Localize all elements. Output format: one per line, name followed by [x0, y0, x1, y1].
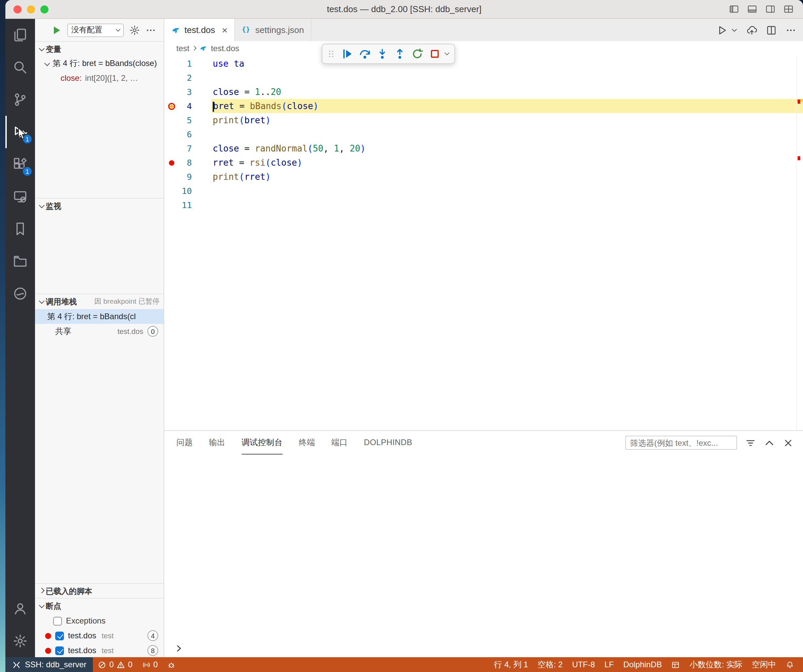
- breakpoint-checkbox[interactable]: [55, 631, 64, 640]
- run-file-icon[interactable]: [717, 24, 728, 35]
- toggle-secondary-sidebar-icon[interactable]: [765, 4, 775, 14]
- code-line-1[interactable]: 1use ta: [164, 57, 803, 71]
- language-status[interactable]: DolphinDB: [619, 657, 667, 672]
- code-line-4[interactable]: 4bret = bBands(close): [164, 99, 803, 113]
- continue-button[interactable]: [338, 46, 356, 62]
- exceptions-row[interactable]: Exceptions: [35, 613, 164, 628]
- toggle-panel-icon[interactable]: [747, 4, 757, 14]
- activity-bookmarks[interactable]: [5, 213, 35, 245]
- eol-status[interactable]: LF: [600, 657, 619, 672]
- tab-test.dos[interactable]: test.dos×: [164, 19, 235, 41]
- line-number[interactable]: 10: [179, 184, 192, 198]
- thread-row[interactable]: 共享 test.dos 0: [35, 324, 164, 339]
- panel-tab-问题[interactable]: 问题: [176, 431, 193, 454]
- step-over-button[interactable]: [356, 46, 374, 62]
- code-line-6[interactable]: 6: [164, 127, 803, 142]
- more-actions-icon[interactable]: [145, 24, 156, 35]
- stop-button[interactable]: [426, 46, 444, 62]
- breakpoint-item[interactable]: test.dostest4: [35, 628, 164, 643]
- session-status[interactable]: 空闲中: [747, 657, 781, 672]
- step-out-button[interactable]: [391, 46, 408, 62]
- activity-search[interactable]: [5, 51, 35, 83]
- breakpoint-hit-icon[interactable]: [164, 101, 179, 111]
- code-line-10[interactable]: 10: [164, 184, 803, 198]
- maximize-panel-icon[interactable]: [764, 437, 775, 448]
- line-number[interactable]: 1: [179, 57, 192, 71]
- configure-gear-icon[interactable]: [129, 24, 140, 35]
- remote-indicator[interactable]: SSH: ddb_server: [5, 657, 93, 672]
- stop-dropdown-icon[interactable]: [444, 50, 450, 57]
- tab-settings.json[interactable]: {}settings.json: [235, 19, 312, 41]
- start-debugging-icon[interactable]: [51, 24, 62, 35]
- panel-tab-端口[interactable]: 端口: [331, 431, 348, 454]
- toggle-primary-sidebar-icon[interactable]: [729, 4, 739, 14]
- close-window-button[interactable]: [13, 5, 21, 13]
- drag-handle-icon[interactable]: [327, 48, 336, 60]
- call-stack-header[interactable]: 调用堆栈 因 breakpoint 已暂停: [35, 294, 164, 309]
- code-line-7[interactable]: 7close = randNormal(50, 1, 20): [164, 142, 803, 156]
- customize-layout-icon[interactable]: [783, 4, 793, 14]
- exceptions-checkbox[interactable]: [53, 617, 62, 625]
- line-number[interactable]: 9: [179, 170, 192, 184]
- debug-console-input[interactable]: [164, 639, 803, 657]
- breakpoint-checkbox[interactable]: [55, 646, 64, 655]
- activity-accounts[interactable]: [5, 592, 35, 625]
- variable-row[interactable]: close: int[20]([1, 2, …: [35, 71, 164, 85]
- activity-dolphindb[interactable]: [5, 277, 35, 310]
- breakpoints-header[interactable]: 断点: [35, 599, 164, 613]
- line-number[interactable]: 8: [179, 156, 192, 170]
- activity-remote-explorer[interactable]: [5, 181, 35, 213]
- overview-ruler[interactable]: [796, 56, 803, 430]
- run-dropdown-icon[interactable]: [731, 27, 738, 33]
- line-number[interactable]: 4: [179, 99, 192, 113]
- panel-tab-调试控制台[interactable]: 调试控制台: [242, 431, 283, 454]
- panel-tab-DOLPHINDB[interactable]: DOLPHINDB: [364, 431, 412, 454]
- line-number[interactable]: 7: [179, 142, 192, 156]
- breadcrumb-file[interactable]: test.dos: [211, 44, 239, 53]
- line-number[interactable]: 6: [179, 127, 192, 142]
- breakpoint-item[interactable]: test.dostest8: [35, 643, 164, 657]
- cursor-position-status[interactable]: 行 4, 列 1: [489, 657, 533, 672]
- line-number[interactable]: 11: [179, 198, 192, 212]
- code-line-3[interactable]: 3close = 1..20: [164, 85, 803, 99]
- stack-frame-row[interactable]: 第 4 行: bret = bBands(cl: [35, 309, 164, 324]
- code-line-8[interactable]: 8rret = rsi(close): [164, 156, 803, 170]
- launch-config-dropdown[interactable]: 没有配置: [67, 23, 124, 37]
- code-line-2[interactable]: 2: [164, 71, 803, 85]
- code-line-11[interactable]: 11: [164, 198, 803, 212]
- notifications-status[interactable]: [781, 657, 799, 672]
- ports-status[interactable]: 0: [137, 657, 163, 672]
- variables-scope-row[interactable]: 第 4 行: bret = bBands(close): [35, 57, 164, 71]
- close-panel-icon[interactable]: [783, 437, 793, 448]
- panel-tab-输出[interactable]: 输出: [209, 431, 226, 454]
- minimize-window-button[interactable]: [27, 5, 35, 13]
- line-number[interactable]: 3: [179, 85, 192, 99]
- activity-explorer[interactable]: [5, 19, 35, 51]
- variables-header[interactable]: 变量: [35, 42, 164, 57]
- code-editor[interactable]: 1use ta23close = 1..204bret = bBands(clo…: [164, 56, 803, 430]
- close-tab-icon[interactable]: ×: [222, 25, 228, 35]
- activity-source-control[interactable]: [5, 83, 35, 116]
- line-number[interactable]: 2: [179, 71, 192, 85]
- watch-header[interactable]: 监视: [35, 199, 164, 213]
- debug-console-output[interactable]: [164, 454, 803, 639]
- zoom-window-button[interactable]: [41, 5, 49, 13]
- filter-icon[interactable]: [745, 437, 756, 448]
- breadcrumb-folder[interactable]: test: [176, 44, 190, 53]
- code-line-9[interactable]: 9print(rret): [164, 170, 803, 184]
- restart-button[interactable]: [408, 46, 426, 62]
- encoding-status[interactable]: UTF-8: [567, 657, 600, 672]
- activity-extensions[interactable]: 1: [5, 148, 35, 181]
- breakpoint-icon[interactable]: [164, 158, 179, 167]
- panel-tab-终端[interactable]: 终端: [299, 431, 315, 454]
- split-editor-icon[interactable]: [766, 24, 777, 35]
- loaded-scripts-header[interactable]: 已载入的脚本: [35, 584, 164, 598]
- upload-icon[interactable]: [746, 24, 757, 35]
- problems-status[interactable]: 0 0: [93, 657, 137, 672]
- debug-status[interactable]: [163, 657, 181, 672]
- step-into-button[interactable]: [374, 46, 391, 62]
- code-line-5[interactable]: 5print(bret): [164, 113, 803, 127]
- data-panel-status[interactable]: [667, 657, 685, 672]
- activity-manage[interactable]: [5, 625, 35, 657]
- panel-filter-input[interactable]: [625, 436, 737, 450]
